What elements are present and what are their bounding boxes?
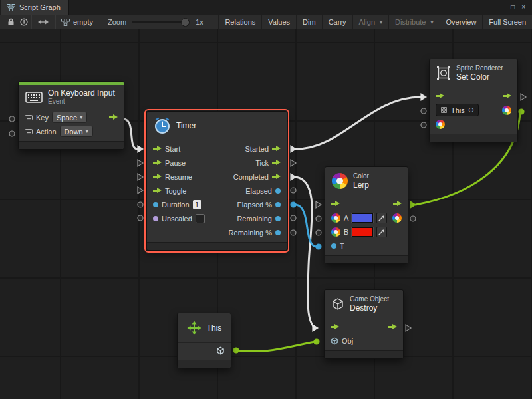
port-timer-remaining-out[interactable] — [291, 215, 296, 221]
key-type-icon — [25, 115, 33, 120]
port-destroy-flow-out[interactable] — [406, 325, 411, 331]
value-port-icon[interactable] — [153, 202, 158, 207]
port-timer-resume-in[interactable] — [138, 174, 143, 180]
port-timer-duration-in[interactable] — [138, 202, 143, 207]
lock-icon[interactable] — [4, 15, 17, 29]
color-port-icon[interactable] — [331, 213, 340, 223]
flow-out-arrow-icon[interactable] — [393, 200, 402, 207]
port-timer-toggle-in[interactable] — [138, 187, 143, 194]
tab-script-graph[interactable]: Script Graph — [1, 0, 69, 15]
trigger-out-arrow-icon[interactable] — [109, 114, 118, 121]
node-on-keyboard-input[interactable]: On Keyboard Input Event Key Space Action… — [18, 81, 124, 150]
carry-button[interactable]: Carry — [322, 15, 352, 29]
flow-in-arrow-icon[interactable] — [153, 173, 162, 180]
port-timer-remaining-pct-out[interactable] — [291, 230, 296, 235]
full-screen-button[interactable]: Full Screen — [482, 15, 532, 29]
flow-out-arrow-icon[interactable] — [272, 145, 281, 152]
value-port-icon[interactable] — [275, 188, 281, 194]
port-timer-completed-out[interactable] — [291, 174, 296, 180]
color-in-port-icon[interactable] — [436, 120, 445, 129]
color-a-swatch[interactable] — [352, 213, 373, 223]
close-button[interactable]: × — [521, 4, 525, 11]
port-destroy-flow-in[interactable] — [313, 325, 318, 331]
port-timer-started-out[interactable] — [291, 146, 296, 152]
info-icon[interactable] — [17, 15, 31, 29]
value-port-icon[interactable] — [331, 243, 336, 249]
distribute-dropdown-button[interactable]: Distribute — [388, 15, 439, 29]
port-setcolor-flow-in[interactable] — [421, 94, 426, 100]
node-destroy[interactable]: Game Object Destroy Obj — [324, 289, 404, 359]
value-port-icon[interactable] — [275, 230, 281, 235]
relations-button[interactable]: Relations — [218, 15, 261, 29]
color-out-port-icon[interactable] — [392, 213, 402, 223]
maximize-button[interactable]: □ — [511, 4, 515, 11]
port-lerp-a-in[interactable] — [316, 216, 321, 221]
port-lerp-result-out[interactable] — [410, 201, 416, 208]
port-timer-elapsed-pct-out[interactable] — [291, 202, 296, 207]
port-setcolor-target-in[interactable] — [421, 108, 426, 114]
port-setcolor-value-out[interactable] — [519, 109, 524, 114]
node-timer[interactable]: Timer Start Started Pause Tick Resume Co… — [146, 111, 287, 251]
flow-out-arrow-icon[interactable] — [272, 173, 281, 180]
port-timer-pause-in[interactable] — [138, 160, 143, 166]
port-setcolor-flow-out[interactable] — [521, 94, 526, 100]
port-keyboard-action[interactable] — [9, 131, 15, 136]
key-dropdown[interactable]: Space — [52, 112, 87, 123]
zoom-slider[interactable] — [130, 15, 192, 29]
port-lerp-value-out[interactable] — [410, 216, 416, 221]
object-picker-icon[interactable] — [468, 106, 474, 114]
wire-elapsed-pct-to-lerp-t[interactable] — [296, 205, 316, 247]
port-timer-start-in[interactable] — [138, 146, 143, 152]
node-set-color[interactable]: Sprite Renderer Set Color This — [429, 59, 518, 142]
toggle-label: Toggle — [165, 187, 186, 195]
eyedropper-button[interactable] — [376, 227, 387, 237]
dim-button[interactable]: Dim — [296, 15, 322, 29]
bool-port-icon[interactable] — [153, 216, 158, 221]
fit-view-icon[interactable] — [32, 15, 55, 29]
node-this[interactable]: This — [177, 313, 231, 368]
overview-button[interactable]: Overview — [440, 15, 483, 29]
port-lerp-b-in[interactable] — [316, 230, 321, 235]
graph-reference-field[interactable]: empty — [56, 18, 98, 26]
minimize-button[interactable]: − — [500, 4, 504, 11]
eyedropper-button[interactable] — [376, 213, 387, 223]
node-color-lerp[interactable]: Color Lerp A — [325, 166, 408, 264]
color-b-swatch[interactable] — [352, 227, 373, 237]
values-button[interactable]: Values — [261, 15, 296, 29]
flow-in-arrow-icon[interactable] — [331, 323, 339, 331]
flow-in-arrow-icon[interactable] — [153, 159, 162, 166]
flow-in-arrow-icon[interactable] — [331, 200, 340, 207]
gameobject-port-icon[interactable] — [331, 337, 338, 345]
flow-in-arrow-icon[interactable] — [436, 92, 444, 100]
color-port-icon[interactable] — [331, 227, 340, 237]
target-field[interactable]: This — [436, 104, 479, 116]
port-timer-tick-out[interactable] — [291, 160, 296, 166]
port-timer-unscaled-in[interactable] — [138, 215, 143, 221]
port-this-out[interactable] — [233, 348, 239, 353]
gameobject-out-port-icon[interactable] — [216, 346, 225, 355]
flow-out-arrow-icon[interactable] — [503, 92, 511, 100]
value-port-icon[interactable] — [275, 216, 281, 221]
wire-this-to-destroy-obj[interactable] — [236, 342, 315, 352]
duration-field[interactable]: 1 — [193, 200, 201, 209]
port-lerp-t-in[interactable] — [316, 244, 321, 249]
flow-out-arrow-icon[interactable] — [388, 323, 397, 331]
align-dropdown-button[interactable]: Align — [352, 15, 388, 29]
port-destroy-obj-in[interactable] — [314, 339, 319, 344]
value-port-icon[interactable] — [275, 202, 281, 207]
zoom-handle[interactable] — [181, 18, 190, 27]
wire-started-to-setcolor[interactable] — [296, 97, 421, 149]
port-lerp-flow-in[interactable] — [316, 201, 321, 208]
color-out-port-icon[interactable] — [502, 106, 511, 115]
unscaled-checkbox[interactable] — [196, 214, 205, 223]
graph-canvas[interactable]: On Keyboard Input Event Key Space Action… — [0, 29, 532, 399]
flow-out-arrow-icon[interactable] — [272, 159, 281, 166]
port-keyboard-key[interactable] — [9, 116, 15, 122]
action-dropdown[interactable]: Down — [60, 126, 93, 137]
port-timer-elapsed-out[interactable] — [291, 188, 296, 193]
wire-completed-to-destroy[interactable] — [296, 177, 315, 328]
flow-in-arrow-icon[interactable] — [153, 187, 162, 194]
wire-keyboard-to-timer-start[interactable] — [123, 119, 138, 149]
flow-in-arrow-icon[interactable] — [153, 145, 162, 152]
port-setcolor-color-in[interactable] — [421, 122, 426, 128]
